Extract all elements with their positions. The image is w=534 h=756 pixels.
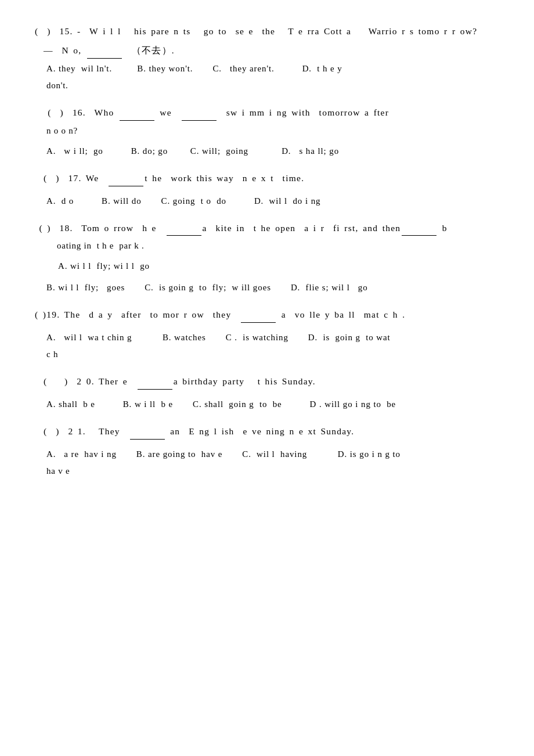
question-15: ( ) 15. - W i l l his pare n ts go to se… (35, 23, 499, 93)
q20-optD: D . will go i ng to be (310, 397, 396, 412)
q17-blank (109, 170, 143, 186)
q21-blank (130, 423, 165, 440)
question-16: ( ) 16. Who we sw i mm i ng with tomorro… (35, 104, 499, 159)
q15-optD: D. t h e y (302, 61, 342, 77)
q15-continuation: — N o, （不去）. (35, 42, 499, 59)
question-21: ( ) 2 1. They an E ng l ish e ve ning n … (35, 423, 499, 479)
q18-optBCD: B. wi l l fly; goes C. is goin g to fly;… (35, 280, 499, 296)
question-19: ( )19. The d a y after to mor r ow they … (35, 306, 499, 362)
q17-optD: D. wil l do i ng (254, 193, 321, 209)
q21-cont-have: ha v e (35, 463, 499, 479)
q19-cont-ch: c h (35, 347, 499, 362)
q15-cont-text: — N o, （不去）. (35, 42, 175, 59)
q21-text: ( ) 2 1. They an E ng l ish e ve ning n … (35, 423, 354, 440)
q20-optB: B. w i ll b e (123, 397, 181, 412)
q18-optD: D. flie s; wil l go (291, 280, 368, 296)
q18-text: ( ) 18. Tom o rrow h e a kite in t he op… (35, 219, 448, 236)
q15-optC: C. they aren't. (212, 61, 290, 77)
q18-blank1 (167, 219, 201, 236)
q17-optC: C. going t o do (161, 193, 243, 209)
q20-text: ( ) 2 0. Ther e a birthday party t his S… (35, 373, 316, 390)
question-18: ( ) 18. Tom o rrow h e a kite in t he op… (35, 219, 499, 296)
q19-optD: D. is goin g to wat (308, 330, 391, 345)
q19-optA: A. wil l wa t chin g (46, 330, 151, 345)
q16-text: ( ) 16. Who we sw i mm i ng with tomorro… (35, 104, 389, 121)
q15-optB: B. they won't. (137, 61, 201, 77)
question-20: ( ) 2 0. Ther e a birthday party t his S… (35, 373, 499, 412)
q20-blank (138, 373, 172, 390)
q18-line1: ( ) 18. Tom o rrow h e a kite in t he op… (35, 219, 499, 236)
q16-blank1 (120, 104, 154, 121)
q19-text: ( )19. The d a y after to mor r ow they … (35, 306, 405, 323)
q15-line1: ( ) 15. - W i l l his pare n ts go to se… (35, 23, 499, 39)
q20-optA: A. shall b e (46, 397, 111, 412)
q18-optB: B. wi l l fly; goes (46, 280, 133, 296)
q15-dont: don't. (35, 78, 499, 93)
q21-optA: A. a re hav i ng (46, 447, 125, 462)
q19-optC: C . is watching (226, 330, 297, 345)
q18-cont: oating in t h e par k . (35, 238, 499, 254)
q18-optC: C. is goin g to fly; w ill goes (145, 280, 279, 296)
q15-text: ( ) 15. - W i l l his pare n ts go to se… (35, 23, 477, 39)
q19-line: ( )19. The d a y after to mor r ow they … (35, 306, 499, 323)
q21-optD: D. is go i n g to (338, 447, 400, 462)
q17-line: ( ) 17. We t he work this way n e x t ti… (35, 170, 499, 186)
q20-line: ( ) 2 0. Ther e a birthday party t his S… (35, 373, 499, 390)
q20-optC: C. shall goin g to be (193, 397, 298, 412)
q16-line: ( ) 16. Who we sw i mm i ng with tomorro… (35, 104, 499, 121)
q15-options: A. they wil ln't. B. they won't. C. they… (35, 61, 499, 77)
q16-blank2 (182, 104, 217, 121)
q16-cont: n o o n? (35, 123, 499, 139)
q19-blank (241, 306, 276, 323)
q21-line: ( ) 2 1. They an E ng l ish e ve ning n … (35, 423, 499, 440)
q21-options: A. a re hav i ng B. are going to hav e C… (35, 447, 499, 462)
q17-text: ( ) 17. We t he work this way n e x t ti… (35, 170, 304, 186)
q16-optC: C. will; going (190, 143, 270, 159)
q21-optC: C. wil l having (242, 447, 326, 462)
q15-blank (87, 42, 122, 59)
q19-optB: B. watches (163, 330, 214, 345)
q16-optD: D. s ha ll; go (282, 143, 339, 159)
q18-optA: A. wi l l fly; wi l l go (35, 258, 499, 274)
q15-optA: A. they wil ln't. (46, 61, 125, 77)
q20-options: A. shall b e B. w i ll b e C. shall goin… (35, 397, 499, 412)
q16-optB: B. do; go (131, 143, 179, 159)
q19-options: A. wil l wa t chin g B. watches C . is w… (35, 330, 499, 345)
exam-content: ( ) 15. - W i l l his pare n ts go to se… (35, 23, 499, 479)
q18-blank2 (402, 219, 436, 236)
q17-optA: A. d o (46, 193, 90, 209)
q21-optB: B. are going to hav e (136, 447, 230, 462)
q17-options: A. d o B. will do C. going t o do D. wil… (35, 193, 499, 209)
q16-options: A. w i ll; go B. do; go C. will; going D… (35, 143, 499, 159)
question-17: ( ) 17. We t he work this way n e x t ti… (35, 170, 499, 209)
q16-optA: A. w i ll; go (46, 143, 120, 159)
q17-optB: B. will do (102, 193, 150, 209)
